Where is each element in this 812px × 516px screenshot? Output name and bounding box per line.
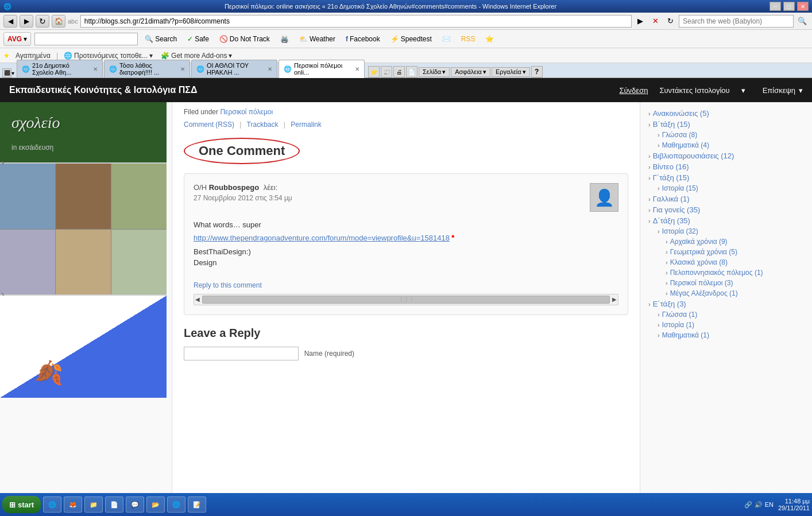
scroll-right-arrow[interactable]: ▶ <box>612 296 617 302</box>
comment-rss-link[interactable]: Comment (RSS) <box>184 121 234 129</box>
back-button[interactable]: ◀ <box>3 15 17 28</box>
sidebar-tree-item[interactable]: ›Μαθηματικά (4) <box>648 140 804 150</box>
help-btn[interactable]: ? <box>531 66 543 77</box>
search-input[interactable] <box>679 15 794 28</box>
tab-close-3[interactable]: ✕ <box>268 66 272 72</box>
stop-button[interactable]: ✕ <box>649 15 662 28</box>
tab-lathos[interactable]: 🌐 Τόσο λάθος διατροφή!!!! ... ✕ <box>104 60 190 77</box>
tab-label-1: 21ο Δημοτικό Σχολείο Αθη... <box>32 62 91 76</box>
sidebar-tree-item[interactable]: ›Γλώσσα (8) <box>648 130 804 140</box>
sidebar-tree-item[interactable]: ›Γ΄τάξη (15) <box>648 172 804 183</box>
sidebar-left-arrow-1[interactable]: › <box>1 157 4 168</box>
star-icon-btn[interactable]: ⭐ <box>482 32 497 46</box>
suggested-sites[interactable]: 🌐 Προτεινόμενες τοποθε... ▾ <box>61 51 155 61</box>
sidebar-tree-item[interactable]: ›Γλώσσα (1) <box>648 309 804 320</box>
sidebar-tree-item[interactable]: ›Αρχαϊκά χρόνια (9) <box>648 236 804 247</box>
reply-link[interactable]: Reply to this comment <box>194 281 262 289</box>
rss-toolbar-btn[interactable]: 📰 <box>381 66 392 77</box>
scroll-left-arrow[interactable]: ◀ <box>195 296 200 302</box>
tree-arrow-icon: › <box>666 269 668 276</box>
avg-button[interactable]: AVG ▾ <box>3 32 31 46</box>
close-button[interactable]: ✕ <box>797 2 809 11</box>
sidebar-tree-item[interactable]: ›Δ΄τάξη (35) <box>648 215 804 226</box>
tools-label: Εργαλεία <box>496 68 521 75</box>
sidebar-tree-item[interactable]: ›Ιστορία (32) <box>648 226 804 236</box>
sidebar-tree-item[interactable]: ›Β΄τάξη (15) <box>648 119 804 130</box>
maximize-button[interactable]: □ <box>783 2 795 11</box>
safe-button[interactable]: ✓ Safe <box>184 32 212 46</box>
tab-group-icon[interactable]: ⬛ <box>2 68 11 77</box>
weather-button[interactable]: ⛅ Weather <box>296 32 339 46</box>
sidebar-tree-item[interactable]: ›Βιβλιοπαρουσιάσεις (12) <box>648 150 804 161</box>
sidebar-tree-item[interactable]: ›Περσικοί πόλεμοι (3) <box>648 278 804 288</box>
print-tab-btn[interactable]: 🖨 <box>393 66 405 77</box>
sidebar-tree-item[interactable]: ›Μαθηματικά (1) <box>648 330 804 340</box>
nav-syndesmos[interactable]: Σύνδεση <box>619 86 648 95</box>
sidebar-tree-item[interactable]: ›Ανακοινώσεις (5) <box>648 108 804 119</box>
taskbar-skype-btn[interactable]: 💬 <box>126 496 144 513</box>
taskbar-firefox-btn[interactable]: 🦊 <box>64 496 82 513</box>
page-dropdown-btn[interactable]: Σελίδα▾ <box>419 67 450 77</box>
home-button[interactable]: 🏠 <box>52 15 65 28</box>
sidebar-tree-item[interactable]: ›Ιστορία (1) <box>648 320 804 330</box>
do-not-track-button[interactable]: 🚫 Do Not Track <box>216 32 273 46</box>
sidebar-tree-item[interactable]: ›Πελοποννησιακός πόλεμος (1) <box>648 267 804 278</box>
printer-icon-btn[interactable]: 🖨️ <box>277 32 292 46</box>
tab-persikoi[interactable]: 🌐 Περσικοί πόλεμοι onli... ✕ <box>279 60 365 78</box>
speedtest-button[interactable]: ⚡ Speedtest <box>387 32 435 46</box>
taskbar-word-btn[interactable]: 📄 <box>105 496 123 513</box>
suggested-icon: 🌐 <box>64 52 72 60</box>
get-addons[interactable]: 🧩 Get more Add-ons ▾ <box>158 51 234 61</box>
page-btn[interactable]: 📄 <box>406 66 417 77</box>
favorites-label[interactable]: Αγαπημένα <box>13 51 53 61</box>
tab-group-dropdown[interactable]: ▾ <box>11 70 14 76</box>
forward-button[interactable]: ▶ <box>20 15 33 28</box>
sidebar-tree-item[interactable]: ›Ε΄τάξη (3) <box>648 298 804 309</box>
tab-close-2[interactable]: ✕ <box>180 66 185 72</box>
refresh-icon[interactable]: ↻ <box>664 15 676 28</box>
nav-syntaktes[interactable]: Συντάκτες Ιστολογίου <box>659 86 729 95</box>
search-go-icon[interactable]: 🔍 <box>796 15 809 28</box>
comment-link[interactable]: http://www.thependragonadventure.com/for… <box>194 234 450 242</box>
tools-dropdown-btn[interactable]: Εργαλεία▾ <box>492 67 530 77</box>
refresh-button[interactable]: ↻ <box>36 15 49 28</box>
minimize-button[interactable]: ─ <box>770 2 781 11</box>
tab-close-1[interactable]: ✕ <box>93 66 98 72</box>
go-button[interactable]: ▶ <box>634 15 647 28</box>
mail-icon-btn[interactable]: ✉️ <box>439 32 454 46</box>
tree-item-label: Μαθηματικά (4) <box>662 141 709 149</box>
comment-scrollbar[interactable]: ◀ ⋮⋮⋮ ▶ <box>194 294 618 305</box>
taskbar-browser2-btn[interactable]: 🌐 <box>167 496 185 513</box>
window-controls[interactable]: ─ □ ✕ <box>770 2 809 11</box>
security-dropdown-btn[interactable]: Ασφάλεια▾ <box>451 67 490 77</box>
avg-search-input[interactable] <box>34 33 138 45</box>
facebook-button[interactable]: f Facebook <box>342 32 384 46</box>
taskbar-ie-btn[interactable]: 🌐 <box>43 496 61 513</box>
sidebar-tree-item[interactable]: ›Ιστορία (15) <box>648 183 804 193</box>
taskbar-explorer-btn[interactable]: 📁 <box>84 496 103 513</box>
permalink-link[interactable]: Permalink <box>291 121 321 129</box>
nav-episkepsi[interactable]: Επίσκεψη <box>763 86 795 95</box>
sidebar-tree-item[interactable]: ›Μέγας Αλέξανδρος (1) <box>648 288 804 298</box>
search-button[interactable]: 🔍 Search <box>141 32 180 46</box>
sidebar-tree-item[interactable]: ›Γεωμετρικά χρόνια (5) <box>648 247 804 257</box>
start-button[interactable]: ⊞ start <box>2 496 41 513</box>
scroll-thumb[interactable]: ⋮⋮⋮ <box>202 296 610 304</box>
addons-dropdown-icon: ▾ <box>229 52 232 60</box>
favorites-toolbar-btn[interactable]: ⭐ <box>368 66 380 77</box>
tab-21dimath[interactable]: 🌐 21ο Δημοτικό Σχολείο Αθη... ✕ <box>17 60 103 77</box>
sidebar-tree-item[interactable]: ›Βίντεο (16) <box>648 161 804 172</box>
rss-icon-btn[interactable]: RSS <box>458 32 479 46</box>
address-input[interactable] <box>80 15 632 28</box>
sidebar-tree-item[interactable]: ›Κλασικά χρόνια (8) <box>648 257 804 267</box>
sidebar-tree-item[interactable]: ›Γαλλικά (1) <box>648 193 804 204</box>
filed-under-link[interactable]: Περσικοί πόλεμοι <box>220 108 273 116</box>
taskbar-folder2-btn[interactable]: 📂 <box>146 496 165 513</box>
tab-close-4[interactable]: ✕ <box>355 66 359 72</box>
trackback-link[interactable]: Trackback <box>247 121 279 129</box>
tab-athloi[interactable]: 🌐 ΟΙ ΑΘΛΟΙ ΤΟΥ ΗΡΑΚΛΗ ... ✕ <box>191 60 277 77</box>
name-input[interactable] <box>184 347 299 360</box>
taskbar-office-btn[interactable]: 📝 <box>188 496 206 513</box>
volume-icon: 🔊 <box>755 501 763 509</box>
sidebar-tree-item[interactable]: ›Για γονείς (35) <box>648 204 804 215</box>
